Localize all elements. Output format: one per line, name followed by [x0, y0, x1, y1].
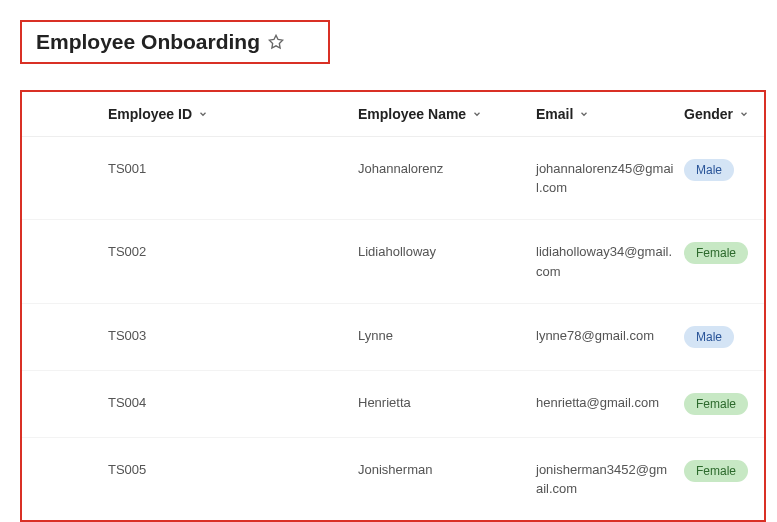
title-container: Employee Onboarding [20, 20, 330, 64]
cell-email: lidiaholloway34@gmail.com [536, 244, 672, 278]
table-row[interactable]: TS001Johannalorenzjohannalorenz45@gmail.… [22, 137, 764, 220]
column-header-gender[interactable]: Gender [684, 106, 768, 122]
column-header-id-label: Employee ID [108, 106, 192, 122]
table-body: TS001Johannalorenzjohannalorenz45@gmail.… [22, 137, 764, 520]
cell-employee-name: Johannalorenz [358, 161, 443, 176]
column-header-id[interactable]: Employee ID [22, 106, 358, 122]
cell-email: henrietta@gmail.com [536, 395, 659, 410]
chevron-down-icon [579, 109, 589, 119]
table-row[interactable]: TS002Lidiahollowaylidiaholloway34@gmail.… [22, 220, 764, 303]
cell-employee-id: TS004 [108, 395, 146, 410]
gender-badge: Male [684, 326, 734, 348]
gender-badge: Female [684, 393, 748, 415]
page-title: Employee Onboarding [36, 30, 260, 54]
column-header-email-label: Email [536, 106, 573, 122]
table-row[interactable]: TS003Lynnelynne78@gmail.comMale [22, 304, 764, 371]
column-header-email[interactable]: Email [536, 106, 684, 122]
chevron-down-icon [739, 109, 749, 119]
cell-employee-id: TS002 [108, 244, 146, 259]
chevron-down-icon [472, 109, 482, 119]
cell-employee-name: Lidiaholloway [358, 244, 436, 259]
cell-employee-id: TS001 [108, 161, 146, 176]
employee-table: Employee ID Employee Name Email Gender T… [20, 90, 766, 522]
column-header-gender-label: Gender [684, 106, 733, 122]
cell-email: lynne78@gmail.com [536, 328, 654, 343]
gender-badge: Female [684, 460, 748, 482]
gender-badge: Female [684, 242, 748, 264]
cell-employee-name: Lynne [358, 328, 393, 343]
chevron-down-icon [198, 109, 208, 119]
cell-email: jonisherman3452@gmail.com [536, 462, 667, 496]
cell-email: johannalorenz45@gmail.com [536, 161, 674, 195]
cell-employee-id: TS005 [108, 462, 146, 477]
table-row[interactable]: TS004Henriettahenrietta@gmail.comFemale [22, 371, 764, 438]
cell-employee-id: TS003 [108, 328, 146, 343]
table-header-row: Employee ID Employee Name Email Gender [22, 92, 764, 137]
column-header-name[interactable]: Employee Name [358, 106, 536, 122]
star-icon[interactable] [268, 34, 284, 50]
gender-badge: Male [684, 159, 734, 181]
cell-employee-name: Henrietta [358, 395, 411, 410]
column-header-name-label: Employee Name [358, 106, 466, 122]
table-row[interactable]: TS005Jonishermanjonisherman3452@gmail.co… [22, 438, 764, 520]
cell-employee-name: Jonisherman [358, 462, 432, 477]
svg-marker-0 [269, 35, 282, 48]
